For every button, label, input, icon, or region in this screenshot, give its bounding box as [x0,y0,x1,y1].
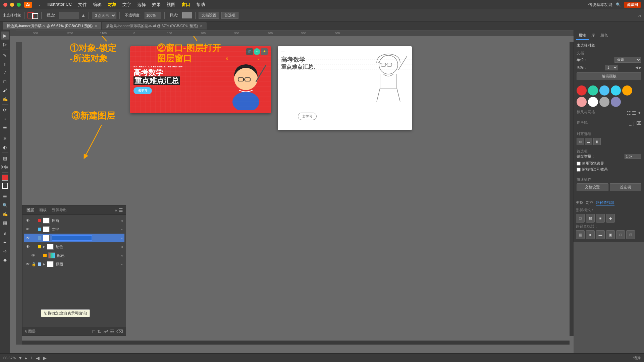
pf-outline-btn[interactable]: □ [616,230,625,239]
select-tool[interactable]: ▶ [1,32,9,40]
eye-icon-colors-sub[interactable]: 👁 [31,253,36,258]
swatch-cyan[interactable] [611,85,621,96]
swatch-purple-gray[interactable] [611,97,621,107]
layers-copy-btn[interactable]: ☍ [103,329,108,334]
swatch-white[interactable] [588,97,598,107]
layer-item-text[interactable]: 👁 文字 ○ [24,225,124,234]
canvas-area[interactable]: 300 1200 1100 0 100 200 300 400 500 600 [10,30,574,353]
gradient-tool[interactable]: ▤ [1,154,9,162]
rp-tab-library[interactable]: 库 [589,32,598,40]
tab-2[interactable]: 插边风-banner演示稿的副本.ai @ 67% (RGB/GPU 预览) ✕ [102,22,207,29]
transform-tool[interactable]: ↯ [1,230,9,238]
lock-icon-illustration[interactable] [32,218,36,223]
shape-exclude-btn[interactable]: ◆ [606,214,615,223]
layers-menu-btn[interactable]: ☰ [119,207,123,213]
menu-effects[interactable]: 效果 [152,2,161,8]
layer-item-illustration[interactable]: 👁 插画 ○ [24,216,124,225]
prefs-toolbar-btn[interactable]: 首选项 [221,12,238,19]
expand-arrow-original[interactable]: ▶ [43,262,45,266]
scrollbar-horizontal[interactable] [22,341,570,345]
scale-tool[interactable]: ↔ [1,115,9,123]
warp-tool[interactable]: ☰ [1,123,9,131]
layer-name-input[interactable] [52,235,92,241]
opacity-input[interactable] [145,12,161,19]
shape-builder-tool[interactable]: ◆ [1,256,9,264]
edit-artboard-btn[interactable]: 编辑画板 [577,72,641,80]
expand-arrow-colors[interactable]: ▶ [43,245,45,248]
grid2-icon[interactable]: ☰ [632,110,636,116]
transform-icon[interactable]: ✦ [637,110,641,116]
tab-2-close[interactable]: ✕ [200,24,203,28]
lock-icon-editing[interactable] [32,236,36,240]
rlp-tab-transform[interactable]: 变换 [576,200,583,205]
rp-tab-properties[interactable]: 属性 [576,32,589,40]
doc-settings-toolbar-btn[interactable]: 文档设置 [199,12,219,19]
lock-icon-text[interactable] [32,227,36,232]
align-right-btn[interactable]: ▮ [593,138,601,145]
stroke-color-btn[interactable] [2,183,8,189]
sketch-document[interactable]: 一 高考数学 重点难点汇总、 去学习 [278,46,412,130]
grid-icon[interactable]: ☷ [627,110,631,116]
menu-view[interactable]: 视图 [167,2,175,8]
close-button[interactable] [3,3,7,7]
shape-minus-btn[interactable]: ⊟ [586,214,595,223]
rect-tool[interactable]: □ [1,77,9,85]
brush-tool[interactable]: 🖌 [1,86,9,94]
layer-item-editing[interactable]: 👁 ○ [24,234,124,242]
layers-new-layer-btn[interactable]: □ [93,329,95,334]
scale-strokes-checkbox[interactable] [577,168,581,172]
rp-unit-select[interactable]: 像素 [614,57,641,63]
shape-unite-btn[interactable]: □ [576,214,585,223]
keyboard-increment-input[interactable] [625,154,641,159]
menu-window[interactable]: 窗口 [181,2,190,8]
banner-btn[interactable]: 去学习 [133,87,152,94]
panel-toggle-btn[interactable]: ›› [638,13,641,18]
preview-bounds-checkbox[interactable] [577,162,581,166]
banner-document[interactable]: MATHEMATICS ESSENCE THE REVIEW 高考数学 重点难点… [130,46,271,113]
stroke-arrow[interactable]: ▲ [81,13,86,18]
swatch-red[interactable] [577,85,587,96]
swatch-pink[interactable] [577,97,587,107]
pencil-tool[interactable]: ✍ [1,95,9,103]
type-tool[interactable]: T [1,60,9,68]
menu-illustrator[interactable]: Illustrator CC [47,2,72,8]
pf-crop-btn[interactable]: ▣ [606,230,615,239]
artboard-prev-btn[interactable]: ◀ [36,355,40,361]
eye-icon-editing[interactable]: 👁 [25,235,31,241]
menu-edit[interactable]: 编辑 [93,2,102,8]
swatch-teal[interactable] [588,85,598,96]
layer-item-original[interactable]: 👁 🔒 ▶ 原图 ○ [24,260,124,268]
rlp-tab-pathfinder[interactable]: 路径查找器 [596,200,614,205]
menu-file[interactable]: 文件 [78,2,87,8]
eye-icon-colors[interactable]: 👁 [25,244,31,249]
menu-help[interactable]: 帮助 [196,2,205,8]
artboard-tool[interactable]: ☷ [1,192,9,200]
layers-tab-layers[interactable]: 图层 [25,207,35,213]
eye-icon-illustration[interactable]: 👁 [25,218,31,223]
eye-icon-original[interactable]: 👁 [25,261,31,267]
hand-tool[interactable]: ✍ [1,210,9,218]
pf-trim-btn[interactable]: ■ [586,230,595,239]
chart-tool[interactable]: ▦ [1,219,9,227]
rp-prefs-btn[interactable]: 首选项 [610,183,642,191]
search-icon[interactable]: 🔍 [616,2,621,7]
layers-tab-artboard[interactable]: 画板 [38,207,48,213]
menu-text[interactable]: 文字 [122,2,131,8]
pen-tool[interactable]: ✎ [1,51,9,59]
ref-icon3[interactable]: ⌧ [636,121,641,126]
mesh-tool[interactable]: # [1,163,9,171]
layers-delete-btn[interactable]: ⌫ [116,329,123,334]
layers-duplicate-btn[interactable]: ☶ [110,329,114,334]
eyedropper-tool[interactable]: ⚛ [1,134,9,142]
zoom-in-btn[interactable]: ▸ [25,355,27,361]
pf-minus-back-btn[interactable]: ⊟ [626,230,635,239]
minimize-button[interactable] [10,3,14,7]
stroke-swatch[interactable] [32,13,38,19]
blend-tool[interactable]: ◐ [1,143,9,151]
eye-icon-text[interactable]: 👁 [25,227,31,232]
menu-object[interactable]: 对象 [108,2,116,8]
ref-icon2[interactable]: ⎰ [633,121,635,126]
rp-tab-color[interactable]: 颜色 [598,32,610,40]
layers-move-btn[interactable]: ⇅ [97,329,101,334]
layers-panel[interactable]: 图层 画板 资源导出 « ☰ 👁 [22,205,126,336]
